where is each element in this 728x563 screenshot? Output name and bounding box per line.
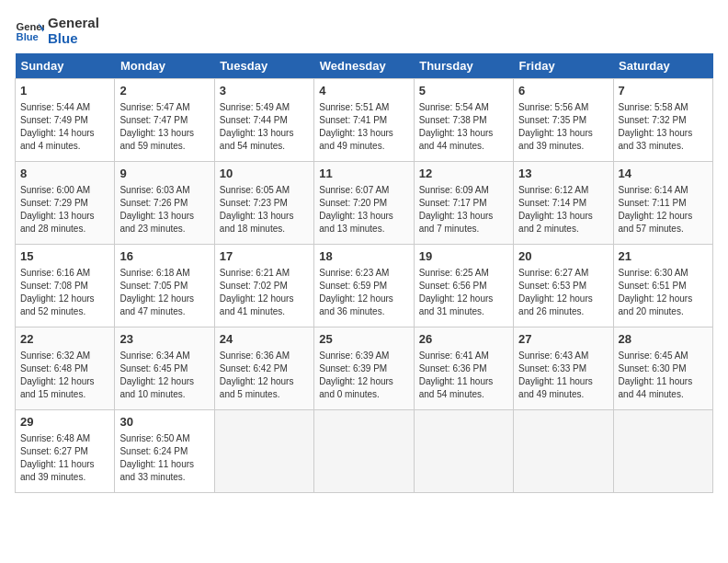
weekday-header-thursday: Thursday [414,53,513,79]
day-info: Sunrise: 6:00 AM Sunset: 7:29 PM Dayligh… [20,184,109,236]
day-info: Sunrise: 6:14 AM Sunset: 7:11 PM Dayligh… [619,184,708,236]
calendar-week-1: 1Sunrise: 5:44 AM Sunset: 7:49 PM Daylig… [16,79,713,162]
calendar-cell: 11Sunrise: 6:07 AM Sunset: 7:20 PM Dayli… [314,162,414,245]
calendar-cell: 27Sunrise: 6:43 AM Sunset: 6:33 PM Dayli… [514,327,613,410]
weekday-header-tuesday: Tuesday [214,53,313,79]
calendar-cell: 16Sunrise: 6:18 AM Sunset: 7:05 PM Dayli… [115,245,214,327]
day-number: 26 [419,331,508,348]
day-number: 3 [220,83,309,99]
calendar-cell: 22Sunrise: 6:32 AM Sunset: 6:48 PM Dayli… [16,327,115,410]
day-info: Sunrise: 5:49 AM Sunset: 7:44 PM Dayligh… [220,101,309,153]
day-info: Sunrise: 6:07 AM Sunset: 7:20 PM Dayligh… [319,184,408,236]
calendar-cell: 15Sunrise: 6:16 AM Sunset: 7:08 PM Dayli… [16,245,115,327]
day-info: Sunrise: 6:18 AM Sunset: 7:05 PM Dayligh… [119,267,209,318]
day-number: 9 [119,166,209,182]
day-number: 25 [319,331,408,348]
logo-blue: Blue [48,30,99,46]
calendar-cell [514,410,613,493]
header: General Blue General Blue [15,15,713,46]
day-number: 15 [20,248,109,265]
svg-text:General: General [17,21,44,32]
calendar-cell: 9Sunrise: 6:03 AM Sunset: 7:26 PM Daylig… [115,162,214,245]
calendar-week-3: 15Sunrise: 6:16 AM Sunset: 7:08 PM Dayli… [16,245,713,327]
day-info: Sunrise: 6:43 AM Sunset: 6:33 PM Dayligh… [518,350,608,401]
day-number: 1 [20,83,109,99]
day-info: Sunrise: 6:12 AM Sunset: 7:14 PM Dayligh… [518,184,608,236]
calendar-cell: 6Sunrise: 5:56 AM Sunset: 7:35 PM Daylig… [514,79,613,162]
weekday-header-wednesday: Wednesday [314,53,414,79]
day-info: Sunrise: 6:39 AM Sunset: 6:39 PM Dayligh… [319,350,408,401]
day-info: Sunrise: 6:45 AM Sunset: 6:30 PM Dayligh… [619,350,708,401]
calendar-cell: 18Sunrise: 6:23 AM Sunset: 6:59 PM Dayli… [314,245,414,327]
calendar-cell: 29Sunrise: 6:48 AM Sunset: 6:27 PM Dayli… [16,410,115,493]
calendar-cell: 28Sunrise: 6:45 AM Sunset: 6:30 PM Dayli… [613,327,712,410]
calendar-cell: 24Sunrise: 6:36 AM Sunset: 6:42 PM Dayli… [214,327,313,410]
calendar-cell: 10Sunrise: 6:05 AM Sunset: 7:23 PM Dayli… [214,162,313,245]
calendar-cell [414,410,513,493]
day-info: Sunrise: 5:44 AM Sunset: 7:49 PM Dayligh… [20,101,109,153]
day-number: 7 [619,83,708,99]
calendar-week-5: 29Sunrise: 6:48 AM Sunset: 6:27 PM Dayli… [16,410,713,493]
logo-icon: General Blue [15,16,44,45]
calendar-cell: 12Sunrise: 6:09 AM Sunset: 7:17 PM Dayli… [414,162,513,245]
day-number: 30 [119,414,209,431]
logo-general: General [48,15,99,30]
day-number: 14 [619,166,708,182]
day-number: 2 [119,83,209,99]
calendar-cell: 30Sunrise: 6:50 AM Sunset: 6:24 PM Dayli… [115,410,214,493]
day-number: 6 [518,83,608,99]
day-info: Sunrise: 6:27 AM Sunset: 6:53 PM Dayligh… [518,267,608,318]
calendar-cell: 8Sunrise: 6:00 AM Sunset: 7:29 PM Daylig… [16,162,115,245]
day-number: 5 [419,83,508,99]
day-number: 24 [220,331,309,348]
calendar-week-4: 22Sunrise: 6:32 AM Sunset: 6:48 PM Dayli… [16,327,713,410]
day-info: Sunrise: 5:56 AM Sunset: 7:35 PM Dayligh… [518,101,608,153]
day-number: 19 [419,248,508,265]
day-number: 20 [518,248,608,265]
weekday-header-monday: Monday [115,53,214,79]
logo: General Blue General Blue [15,15,99,46]
calendar-cell: 20Sunrise: 6:27 AM Sunset: 6:53 PM Dayli… [514,245,613,327]
day-number: 18 [319,248,408,265]
day-info: Sunrise: 6:16 AM Sunset: 7:08 PM Dayligh… [20,267,109,318]
calendar-cell: 1Sunrise: 5:44 AM Sunset: 7:49 PM Daylig… [16,79,115,162]
calendar-cell: 2Sunrise: 5:47 AM Sunset: 7:47 PM Daylig… [115,79,214,162]
day-number: 16 [119,248,209,265]
weekday-header-sunday: Sunday [16,53,115,79]
day-info: Sunrise: 6:30 AM Sunset: 6:51 PM Dayligh… [619,267,708,318]
calendar-cell: 23Sunrise: 6:34 AM Sunset: 6:45 PM Dayli… [115,327,214,410]
day-info: Sunrise: 6:41 AM Sunset: 6:36 PM Dayligh… [419,350,508,401]
calendar-cell: 5Sunrise: 5:54 AM Sunset: 7:38 PM Daylig… [414,79,513,162]
svg-text:Blue: Blue [17,31,39,42]
day-number: 21 [619,248,708,265]
calendar-table: SundayMondayTuesdayWednesdayThursdayFrid… [15,53,713,493]
day-info: Sunrise: 6:21 AM Sunset: 7:02 PM Dayligh… [220,267,309,318]
calendar-cell [214,410,313,493]
day-info: Sunrise: 5:58 AM Sunset: 7:32 PM Dayligh… [619,101,708,153]
calendar-cell: 21Sunrise: 6:30 AM Sunset: 6:51 PM Dayli… [613,245,712,327]
day-info: Sunrise: 5:54 AM Sunset: 7:38 PM Dayligh… [419,101,508,153]
day-info: Sunrise: 6:05 AM Sunset: 7:23 PM Dayligh… [220,184,309,236]
day-info: Sunrise: 6:23 AM Sunset: 6:59 PM Dayligh… [319,267,408,318]
calendar-cell: 19Sunrise: 6:25 AM Sunset: 6:56 PM Dayli… [414,245,513,327]
calendar-cell [314,410,414,493]
calendar-cell: 3Sunrise: 5:49 AM Sunset: 7:44 PM Daylig… [214,79,313,162]
day-number: 8 [20,166,109,182]
calendar-cell: 26Sunrise: 6:41 AM Sunset: 6:36 PM Dayli… [414,327,513,410]
day-number: 12 [419,166,508,182]
calendar-cell: 4Sunrise: 5:51 AM Sunset: 7:41 PM Daylig… [314,79,414,162]
day-info: Sunrise: 6:03 AM Sunset: 7:26 PM Dayligh… [119,184,209,236]
day-number: 28 [619,331,708,348]
day-number: 22 [20,331,109,348]
day-info: Sunrise: 6:48 AM Sunset: 6:27 PM Dayligh… [20,432,109,484]
day-info: Sunrise: 6:09 AM Sunset: 7:17 PM Dayligh… [419,184,508,236]
day-number: 23 [119,331,209,348]
calendar-cell: 17Sunrise: 6:21 AM Sunset: 7:02 PM Dayli… [214,245,313,327]
calendar-cell: 13Sunrise: 6:12 AM Sunset: 7:14 PM Dayli… [514,162,613,245]
day-info: Sunrise: 5:51 AM Sunset: 7:41 PM Dayligh… [319,101,408,153]
day-info: Sunrise: 6:25 AM Sunset: 6:56 PM Dayligh… [419,267,508,318]
day-info: Sunrise: 5:47 AM Sunset: 7:47 PM Dayligh… [119,101,209,153]
day-number: 10 [220,166,309,182]
day-number: 4 [319,83,408,99]
weekday-header-friday: Friday [514,53,613,79]
